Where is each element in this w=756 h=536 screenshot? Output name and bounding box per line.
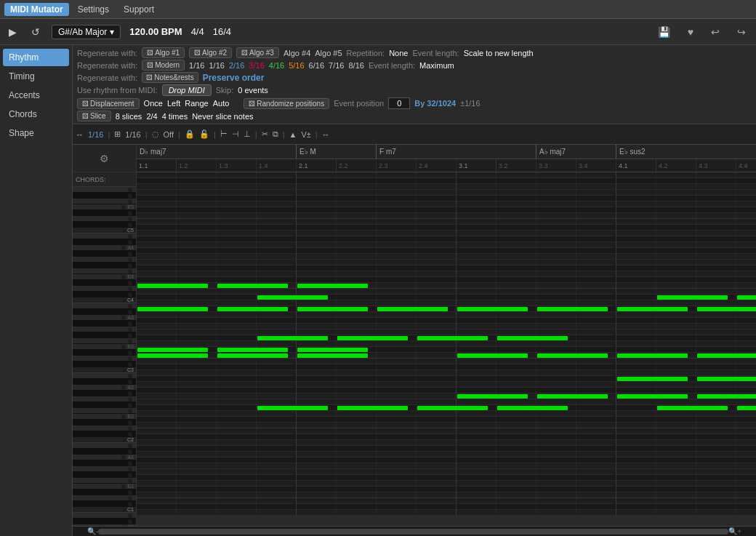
note-block[interactable] <box>657 295 728 300</box>
piano-key-G#3[interactable] <box>73 321 136 327</box>
piano-key-A#4[interactable] <box>73 239 136 245</box>
note-block[interactable] <box>297 307 368 311</box>
piano-key-G3[interactable] <box>73 327 136 332</box>
note-block[interactable] <box>297 353 368 358</box>
note-block[interactable] <box>497 406 568 410</box>
note-block[interactable] <box>497 336 568 340</box>
note-block[interactable] <box>377 307 448 311</box>
note-block[interactable] <box>417 406 488 410</box>
piano-key-E4[interactable]: E4 <box>73 274 136 280</box>
pr-cut-icon[interactable]: ✂ <box>262 129 268 139</box>
piano-key-F5[interactable] <box>73 199 136 204</box>
displacement-button[interactable]: ⚄ Displacement <box>77 98 140 109</box>
undo-button[interactable]: ↩ <box>707 25 724 39</box>
note-block[interactable] <box>537 394 608 399</box>
piano-key-A#2[interactable] <box>73 379 136 385</box>
piano-key-D#2[interactable] <box>73 420 136 425</box>
event-val-1[interactable]: Scale to new length <box>464 49 534 57</box>
piano-key-E1[interactable]: E1 <box>73 484 136 489</box>
note-block[interactable] <box>337 406 408 410</box>
disp-auto[interactable]: Auto <box>213 99 230 108</box>
piano-key-E5[interactable]: E5 <box>73 204 136 210</box>
pr-vel-icon[interactable]: V± <box>301 130 310 139</box>
settings-menu[interactable]: Settings <box>72 3 115 16</box>
h-scrollbar[interactable]: 🔍- 🔍+ <box>73 526 756 536</box>
algo4-label[interactable]: Algo #4 <box>284 49 310 57</box>
note-block[interactable] <box>137 348 208 352</box>
sidebar-item-chords[interactable]: Chords <box>3 105 69 123</box>
piano-key-G#2[interactable] <box>73 391 136 396</box>
note-block[interactable] <box>697 353 756 358</box>
slice-never[interactable]: Never slice notes <box>192 112 253 121</box>
drop-midi-button[interactable]: Drop MIDI <box>162 84 212 96</box>
algo1-button[interactable]: ⚄Algo #1 <box>142 47 185 58</box>
note-block[interactable] <box>657 406 728 410</box>
note-block[interactable] <box>137 284 208 288</box>
piano-key-C3[interactable]: C3 <box>73 367 136 373</box>
loop-button[interactable]: ↺ <box>28 25 43 39</box>
note-block[interactable] <box>457 353 528 358</box>
piano-key-A4[interactable]: A4 <box>73 245 136 251</box>
disp-range[interactable]: Range <box>185 99 208 108</box>
note-block[interactable] <box>217 284 288 288</box>
piano-key-F#1[interactable] <box>73 472 136 478</box>
note-block[interactable] <box>457 307 528 311</box>
piano-key-F3[interactable] <box>73 338 136 344</box>
bars-display[interactable]: 16/4 <box>213 26 231 37</box>
note-block[interactable] <box>297 284 368 288</box>
note-block[interactable] <box>617 353 688 358</box>
note-block[interactable] <box>537 353 608 358</box>
disp-once[interactable]: Once <box>144 99 163 108</box>
piano-key-G4[interactable] <box>73 257 136 263</box>
nv-7[interactable]: 6/16 <box>309 61 324 70</box>
piano-key-F#5[interactable] <box>73 193 136 199</box>
note-block[interactable] <box>457 394 528 399</box>
piano-key-D3[interactable] <box>73 356 136 361</box>
event-val-2[interactable]: Maximum <box>419 61 454 70</box>
pr-quantize-val[interactable]: 1/16 <box>88 130 103 139</box>
piano-key-D4[interactable] <box>73 286 136 292</box>
piano-key-D1[interactable] <box>73 495 136 501</box>
note-scroll-area[interactable]: D♭ maj7 E♭ M F m7 A♭ maj7 E♭ sus2 1.1 1.… <box>137 145 756 526</box>
pr-align-left-icon[interactable]: ⊢ <box>220 129 228 139</box>
piano-key-C#4[interactable] <box>73 292 136 297</box>
piano-key-B0[interactable] <box>73 513 136 519</box>
pr-align-center-icon[interactable]: ⊣ <box>232 129 239 139</box>
chord-eb-sus2[interactable]: E♭ sus2 <box>616 145 756 159</box>
time-sig[interactable]: 4/4 <box>191 26 204 37</box>
algo5-label[interactable]: Algo #5 <box>315 49 342 57</box>
piano-key-F#2[interactable] <box>73 402 136 408</box>
piano-key-C#1[interactable] <box>73 501 136 507</box>
h-scroll-thumb[interactable] <box>98 529 728 535</box>
piano-key-C#2[interactable] <box>73 431 136 437</box>
piano-key-C1[interactable]: C1 <box>73 507 136 513</box>
note-block[interactable] <box>617 377 688 381</box>
nv-5[interactable]: 4/16 <box>269 61 284 70</box>
notes-rests-button[interactable]: ⚄Notes&rests <box>142 72 198 83</box>
note-block[interactable] <box>257 295 328 300</box>
piano-key-G#4[interactable] <box>73 251 136 257</box>
pr-align-right-icon[interactable]: ⊥ <box>244 129 251 139</box>
piano-key-C4[interactable]: C4 <box>73 297 136 303</box>
randomize-positions-button[interactable]: ⚄ Randomize positions <box>244 98 329 109</box>
piano-key-G#1[interactable] <box>73 460 136 466</box>
slice-button[interactable]: ⚄ Slice <box>77 111 111 121</box>
sidebar-item-accents[interactable]: Accents <box>3 87 69 104</box>
sidebar-item-timing[interactable]: Timing <box>3 68 69 85</box>
modern-button[interactable]: ⚄Modern <box>142 60 185 71</box>
note-block[interactable] <box>137 307 208 311</box>
pos-input[interactable] <box>388 97 410 109</box>
piano-key-F2[interactable] <box>73 408 136 414</box>
pr-stretch-icon[interactable]: ↔ <box>322 130 330 139</box>
pr-copy-icon[interactable]: ⧉ <box>273 129 278 139</box>
zoom-out-icon[interactable]: 🔍- <box>87 527 98 535</box>
nv-8[interactable]: 7/16 <box>329 61 344 70</box>
piano-key-C#3[interactable] <box>73 361 136 367</box>
piano-key-A1[interactable]: A1 <box>73 455 136 460</box>
nv-3[interactable]: 2/16 <box>229 61 244 70</box>
note-block[interactable] <box>337 336 408 340</box>
piano-key-A#1[interactable] <box>73 449 136 455</box>
by-val[interactable]: By 32/1024 <box>414 99 456 108</box>
piano-key-F4[interactable] <box>73 268 136 274</box>
slice-times[interactable]: 4 times <box>162 112 188 121</box>
